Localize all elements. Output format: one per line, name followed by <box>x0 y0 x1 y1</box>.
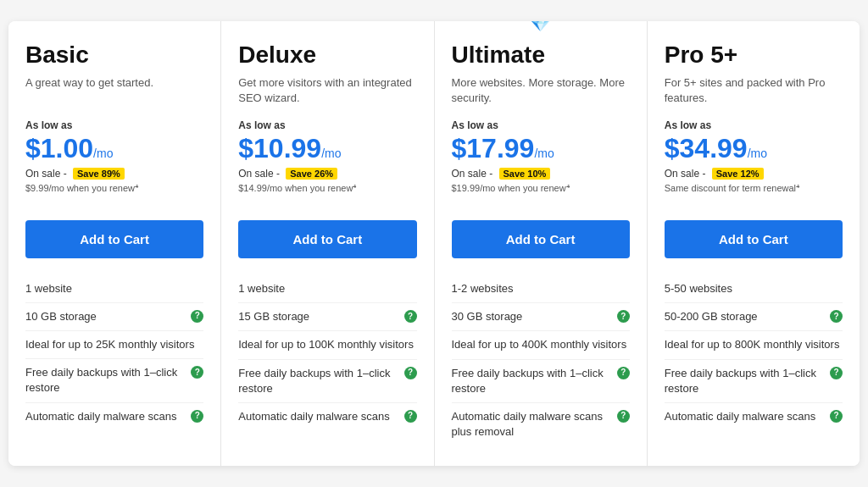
info-icon: ? <box>191 410 203 423</box>
renew-text: $19.99/mo when you renew⁴ <box>452 183 630 207</box>
info-icon: ? <box>404 367 417 379</box>
feature-item: 50-200 GB storage ? <box>665 302 843 330</box>
features-list: 5-50 websites 50-200 GB storage ? Ideal … <box>665 275 843 430</box>
pricing-container: Basic A great way to get started. As low… <box>8 21 860 467</box>
feature-item: Ideal for up to 100K monthly visitors <box>238 330 416 358</box>
sale-row: On sale - Save 12% <box>665 168 843 180</box>
features-list: 1 website 10 GB storage ? Ideal for up t… <box>25 275 203 430</box>
feature-text: Ideal for up to 800K monthly visitors <box>665 337 843 352</box>
feature-text: Automatic daily malware scans <box>238 409 400 424</box>
plan-tagline: Get more visitors with an integrated SEO… <box>238 75 416 106</box>
info-icon: ? <box>617 367 630 379</box>
plan-name: Pro 5+ <box>665 42 843 69</box>
price-period: /mo <box>321 147 341 160</box>
price-period: /mo <box>748 147 767 160</box>
feature-text: Ideal for up to 100K monthly visitors <box>238 337 416 352</box>
info-icon: ? <box>830 410 843 423</box>
feature-item: 30 GB storage ? <box>452 302 630 330</box>
feature-item: Free daily backups with 1–click restore … <box>665 359 843 402</box>
price-period: /mo <box>534 147 554 160</box>
plan-card-pro5: Pro 5+ For 5+ sites and packed with Pro … <box>648 21 860 467</box>
plan-tagline: A great way to get started. <box>25 75 203 106</box>
sale-text: On sale - <box>452 168 493 180</box>
feature-item: 1-2 websites <box>452 275 630 302</box>
plan-tagline: For 5+ sites and packed with Pro feature… <box>665 75 843 106</box>
info-icon: ? <box>404 410 417 423</box>
plan-name: Basic <box>25 42 203 69</box>
feature-item: Free daily backups with 1–click restore … <box>238 359 416 402</box>
sale-row: On sale - Save 89% <box>25 168 203 180</box>
plan-card-basic: Basic A great way to get started. As low… <box>8 21 221 467</box>
feature-text: Free daily backups with 1–click restore <box>25 365 187 396</box>
feature-item: Ideal for up to 800K monthly visitors <box>665 330 843 358</box>
price-amount: $1.00 <box>25 133 93 164</box>
as-low-as-label: As low as <box>238 119 416 131</box>
feature-text: Free daily backups with 1–click restore <box>238 366 400 396</box>
info-icon: ? <box>617 410 630 423</box>
info-icon: ? <box>191 310 203 323</box>
renew-text: $9.99/mo when you renew⁴ <box>25 183 203 207</box>
plan-card-deluxe: Deluxe Get more visitors with an integra… <box>221 21 434 467</box>
feature-text: 5-50 websites <box>665 281 843 296</box>
sale-text: On sale - <box>665 168 706 180</box>
info-icon: ? <box>617 310 630 323</box>
feature-item: 15 GB storage ? <box>238 302 416 330</box>
diamond-icon: 💎 <box>530 21 551 33</box>
price-row: $10.99 /mo <box>238 133 416 164</box>
feature-text: Ideal for up to 25K monthly visitors <box>25 337 203 352</box>
save-badge: Save 10% <box>499 168 551 180</box>
feature-text: Automatic daily malware scans <box>665 409 826 424</box>
as-low-as-label: As low as <box>452 119 630 131</box>
feature-text: 1-2 websites <box>452 281 630 296</box>
feature-text: 30 GB storage <box>452 309 614 324</box>
add-to-cart-button[interactable]: Add to Cart <box>238 220 416 258</box>
feature-item: 1 website <box>25 275 203 302</box>
feature-text: Free daily backups with 1–click restore <box>452 366 614 396</box>
feature-item: Ideal for up to 25K monthly visitors <box>25 330 203 358</box>
feature-text: 10 GB storage <box>25 309 187 324</box>
add-to-cart-button[interactable]: Add to Cart <box>665 220 843 258</box>
feature-item: 1 website <box>238 275 416 302</box>
plan-name: Deluxe <box>238 42 416 69</box>
feature-text: Automatic daily malware scans plus remov… <box>452 409 614 440</box>
plan-card-ultimate: 💎 Ultimate More websites. More storage. … <box>435 21 648 467</box>
plan-name: Ultimate <box>452 42 630 69</box>
info-icon: ? <box>830 367 843 379</box>
as-low-as-label: As low as <box>25 119 203 131</box>
info-icon: ? <box>404 310 417 323</box>
info-icon: ? <box>191 366 203 379</box>
save-badge: Save 12% <box>712 168 764 180</box>
info-icon: ? <box>830 310 843 323</box>
feature-item: Automatic daily malware scans ? <box>665 402 843 430</box>
feature-text: 15 GB storage <box>238 309 400 324</box>
add-to-cart-button[interactable]: Add to Cart <box>452 220 630 258</box>
price-amount: $10.99 <box>238 133 321 164</box>
features-list: 1 website 15 GB storage ? Ideal for up t… <box>238 275 416 430</box>
price-amount: $17.99 <box>452 133 535 164</box>
feature-item: Automatic daily malware scans ? <box>238 402 416 430</box>
renew-text: $14.99/mo when you renew⁴ <box>238 183 416 207</box>
sale-row: On sale - Save 26% <box>238 168 416 180</box>
save-badge: Save 89% <box>73 168 125 180</box>
feature-item: 5-50 websites <box>665 275 843 302</box>
feature-item: Free daily backups with 1–click restore … <box>25 358 203 401</box>
sale-text: On sale - <box>25 168 67 180</box>
price-row: $17.99 /mo <box>452 133 630 164</box>
sale-text: On sale - <box>238 168 280 180</box>
renew-text: Same discount for term renewal⁴ <box>665 183 843 207</box>
price-row: $1.00 /mo <box>25 133 203 164</box>
plan-tagline: More websites. More storage. More securi… <box>452 75 630 106</box>
price-period: /mo <box>93 147 113 160</box>
feature-text: Ideal for up to 400K monthly visitors <box>452 337 630 352</box>
feature-item: Automatic daily malware scans plus remov… <box>452 402 630 445</box>
feature-item: Free daily backups with 1–click restore … <box>452 359 630 402</box>
feature-text: Free daily backups with 1–click restore <box>665 366 826 396</box>
feature-item: Automatic daily malware scans ? <box>25 402 203 430</box>
feature-item: 10 GB storage ? <box>25 302 203 330</box>
as-low-as-label: As low as <box>665 119 843 131</box>
add-to-cart-button[interactable]: Add to Cart <box>25 220 203 258</box>
feature-text: 1 website <box>238 281 416 296</box>
features-list: 1-2 websites 30 GB storage ? Ideal for u… <box>452 275 630 445</box>
price-amount: $34.99 <box>665 133 748 164</box>
price-row: $34.99 /mo <box>665 133 843 164</box>
